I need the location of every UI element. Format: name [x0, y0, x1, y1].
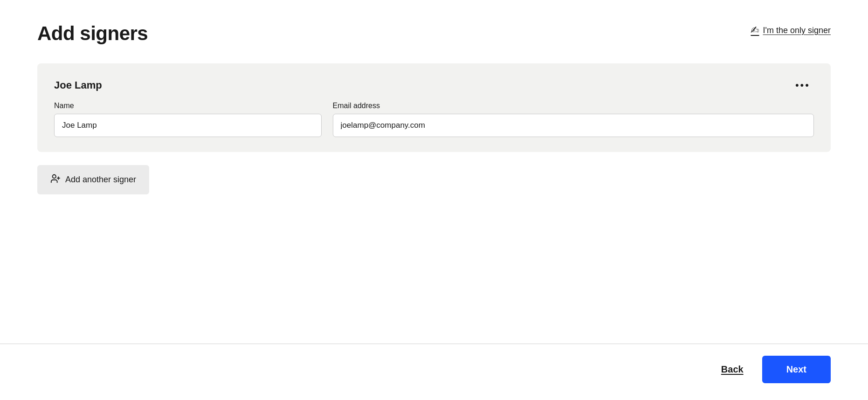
email-field-group: Email address [333, 102, 814, 137]
svg-point-0 [53, 175, 56, 178]
signature-icon: ✍︎ [751, 24, 759, 36]
signer-card-title: Joe Lamp [54, 79, 102, 91]
email-input[interactable] [333, 114, 814, 137]
name-field-group: Name [54, 102, 322, 137]
name-label: Name [54, 102, 322, 110]
footer-actions: Back Next [712, 356, 831, 383]
more-options-button[interactable]: ••• [792, 78, 814, 92]
signer-card: Joe Lamp ••• Name Email address [37, 63, 831, 152]
back-button[interactable]: Back [712, 357, 753, 382]
add-person-icon [50, 173, 61, 186]
only-signer-button[interactable]: ✍︎ I'm the only signer [751, 22, 831, 38]
email-label: Email address [333, 102, 814, 110]
page-title: Add signers [37, 22, 148, 45]
signer-fields: Name Email address [54, 102, 814, 137]
add-another-signer-label: Add another signer [65, 175, 136, 185]
add-another-signer-button[interactable]: Add another signer [37, 165, 149, 194]
footer-divider [0, 344, 868, 344]
name-input[interactable] [54, 114, 322, 137]
next-button[interactable]: Next [762, 356, 831, 383]
only-signer-label: I'm the only signer [763, 26, 831, 35]
signer-card-header: Joe Lamp ••• [54, 78, 814, 92]
